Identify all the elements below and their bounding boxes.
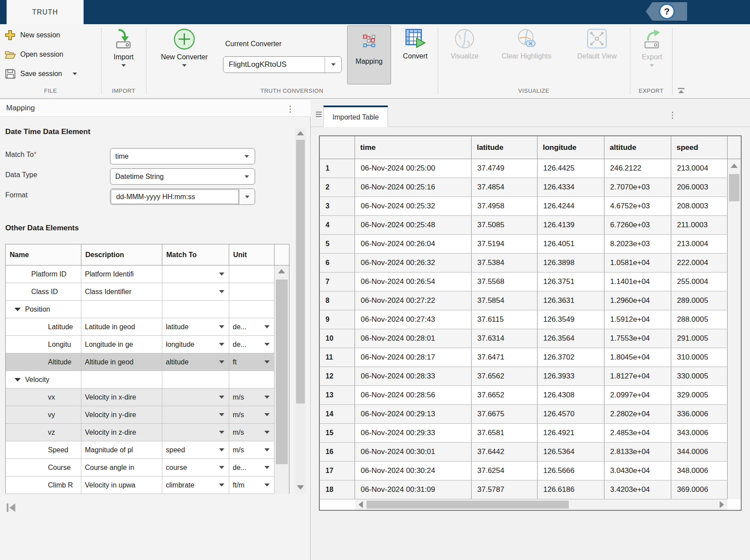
cell-speed[interactable]: 310.0005 — [671, 348, 728, 367]
dropdown-icon[interactable] — [219, 273, 224, 276]
table-row[interactable]: 1306-Nov-2024 00:28:5637.6652126.43082.0… — [320, 386, 728, 405]
match-to-dropdown-icon[interactable] — [239, 155, 255, 158]
cell-description[interactable]: Velocity in y-dire — [81, 406, 162, 423]
cell-longitude[interactable]: 126.4425 — [538, 159, 604, 178]
cell-match-to-dropdown[interactable] — [162, 283, 229, 300]
scroll-down-icon[interactable] — [297, 485, 304, 490]
cell-match-to-dropdown[interactable]: climbrate — [162, 476, 229, 494]
cell-speed[interactable]: 330.0005 — [671, 367, 728, 385]
cell-description[interactable]: Velocity in upwa — [81, 476, 162, 494]
cell-longitude[interactable]: 126.3549 — [538, 310, 604, 329]
cell-time[interactable]: 06-Nov-2024 00:27:43 — [355, 310, 472, 329]
document-panel-menu-icon[interactable]: ⋮ — [668, 109, 677, 121]
table-row[interactable]: 1006-Nov-2024 00:28:0137.6314126.35641.7… — [320, 329, 728, 348]
cell-altitude[interactable]: 3.0430e+04 — [604, 462, 671, 480]
tab-imported-table[interactable]: Imported Table — [323, 105, 388, 127]
dropdown-icon[interactable] — [219, 448, 224, 451]
cell-rownum[interactable]: 3 — [320, 197, 355, 215]
cell-altitude[interactable]: 2.0997e+04 — [604, 386, 671, 404]
table-row[interactable]: Position — [6, 301, 274, 318]
cell-latitude[interactable]: 37.5854 — [472, 291, 538, 310]
dropdown-icon[interactable] — [219, 290, 224, 293]
cell-speed[interactable]: 208.0003 — [671, 197, 728, 215]
table-row[interactable]: 306-Nov-2024 00:25:3237.4958126.42444.67… — [320, 197, 728, 216]
cell-name[interactable]: Altitude — [6, 353, 81, 371]
new-converter-button[interactable]: New Converter — [152, 28, 216, 67]
scroll-up-icon[interactable] — [297, 131, 304, 135]
column-header-longitude[interactable]: longitude — [538, 136, 604, 159]
cell-description[interactable]: Course angle in — [81, 459, 162, 476]
column-header-speed[interactable]: speed — [671, 136, 728, 159]
cell-latitude[interactable]: 37.4958 — [472, 197, 538, 215]
table-row[interactable]: 606-Nov-2024 00:26:3237.5384126.38981.05… — [320, 254, 728, 273]
cell-description[interactable]: Altitude in geod — [81, 353, 162, 371]
cell-rownum[interactable]: 10 — [320, 329, 355, 348]
table-row[interactable]: LongituLongitude in gelongitudede... — [6, 336, 274, 353]
cell-name[interactable]: Position — [6, 301, 81, 318]
cell-name[interactable]: Latitude — [6, 318, 81, 335]
cell-time[interactable]: 06-Nov-2024 00:30:01 — [355, 443, 472, 461]
import-button[interactable]: Import — [106, 28, 142, 67]
cell-altitude[interactable]: 1.2960e+04 — [604, 291, 671, 310]
cell-unit-dropdown[interactable]: de... — [229, 318, 274, 335]
cell-speed[interactable]: 343.0006 — [671, 424, 728, 442]
cell-match-to-dropdown[interactable]: latitude — [162, 318, 229, 335]
scroll-left-icon[interactable] — [359, 501, 363, 508]
tree-expand-icon[interactable] — [15, 308, 21, 311]
cell-latitude[interactable]: 37.6254 — [472, 462, 538, 480]
cell-description[interactable]: Magnitude of pl — [81, 441, 162, 458]
table-row[interactable]: 506-Nov-2024 00:26:0437.5194126.40518.20… — [320, 235, 728, 254]
cell-longitude[interactable]: 126.6186 — [538, 480, 604, 499]
cell-name[interactable]: Class ID — [6, 283, 81, 300]
cell-match-to-dropdown[interactable] — [162, 265, 229, 283]
table-row[interactable]: Platform IDPlatform Identifi — [6, 265, 274, 283]
cell-name[interactable]: vy — [6, 406, 81, 423]
current-converter-value[interactable]: FlightLogKRtoUS — [223, 60, 325, 69]
export-button[interactable]: Export — [633, 28, 671, 67]
cell-latitude[interactable]: 37.5787 — [472, 480, 538, 499]
imported-table-horizontal-scrollbar[interactable] — [355, 499, 728, 510]
table-row[interactable]: Velocity — [6, 371, 274, 389]
cell-rownum[interactable]: 15 — [320, 424, 355, 442]
table-row[interactable]: vxVelocity in x-direm/s — [6, 389, 274, 406]
cell-time[interactable]: 06-Nov-2024 00:29:33 — [355, 424, 472, 442]
mapping-button[interactable]: Mapping — [347, 25, 391, 84]
cell-unit-dropdown[interactable] — [229, 283, 274, 300]
cell-altitude[interactable]: 2.4853e+04 — [604, 424, 671, 442]
cell-name[interactable]: Platform ID — [6, 265, 81, 283]
mapping-panel-menu-icon[interactable]: ⋮ — [286, 102, 295, 115]
cell-unit-dropdown[interactable] — [229, 265, 274, 283]
tab-squeeze-icon[interactable] — [314, 109, 323, 120]
cell-time[interactable]: 06-Nov-2024 00:28:01 — [355, 329, 472, 348]
cell-altitude[interactable]: 1.7553e+04 — [604, 329, 671, 348]
cell-rownum[interactable]: 14 — [320, 405, 355, 423]
dropdown-icon[interactable] — [219, 413, 224, 416]
table-row[interactable]: CourseCourse angle incoursede... — [6, 459, 274, 476]
column-header-unit[interactable]: Unit — [229, 244, 274, 265]
cell-time[interactable]: 06-Nov-2024 00:25:48 — [355, 216, 472, 234]
cell-speed[interactable]: 369.0006 — [671, 480, 728, 499]
cell-latitude[interactable]: 37.5384 — [472, 254, 538, 272]
cell-description[interactable] — [81, 371, 162, 388]
cell-rownum[interactable]: 12 — [320, 367, 355, 385]
cell-time[interactable]: 06-Nov-2024 00:27:22 — [355, 291, 472, 310]
cell-longitude[interactable]: 126.5364 — [538, 443, 604, 461]
cell-match-to-dropdown[interactable]: longitude — [162, 336, 229, 353]
cell-speed[interactable]: 213.0004 — [671, 235, 728, 253]
table-row[interactable]: 1706-Nov-2024 00:30:2437.6254126.56663.0… — [320, 462, 728, 480]
cell-speed[interactable]: 206.0003 — [671, 178, 728, 196]
cell-rownum[interactable]: 18 — [320, 480, 355, 499]
cell-description[interactable]: Longitude in ge — [81, 336, 162, 353]
collapse-panel-icon[interactable] — [5, 502, 17, 513]
dropdown-icon[interactable] — [264, 360, 270, 364]
cell-longitude[interactable]: 126.4334 — [538, 178, 604, 196]
cell-time[interactable]: 06-Nov-2024 00:25:00 — [355, 159, 472, 178]
scrollbar-thumb[interactable] — [276, 280, 288, 464]
cell-latitude[interactable]: 37.6675 — [472, 405, 538, 423]
cell-altitude[interactable]: 246.2122 — [604, 159, 671, 178]
format-value[interactable]: dd-MMM-yyyy HH:mm:ss — [111, 189, 239, 204]
cell-name[interactable]: vx — [6, 389, 81, 406]
table-row[interactable]: 1806-Nov-2024 00:31:0937.5787126.61863.4… — [320, 480, 728, 499]
cell-longitude[interactable]: 126.4308 — [538, 386, 604, 404]
format-dropdown-icon[interactable] — [239, 189, 255, 204]
